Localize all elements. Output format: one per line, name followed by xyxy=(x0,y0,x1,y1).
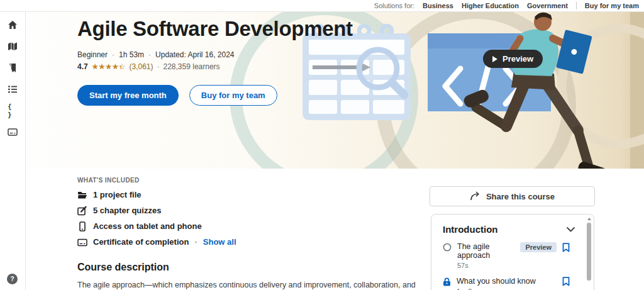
lesson-duration: 1m 2s xyxy=(457,287,557,290)
included-item-label: 1 project file xyxy=(93,190,142,199)
included-item-label: 5 chapter quizzes xyxy=(93,206,161,215)
panel-scrollbar[interactable] xyxy=(586,216,592,290)
phone-icon xyxy=(77,221,87,231)
locked-icon xyxy=(443,277,451,286)
nav-link-business[interactable]: Business xyxy=(423,2,453,9)
nav-link-government[interactable]: Government xyxy=(527,2,568,9)
course-meta: Beginner · 1h 53m · Updated: April 16, 2… xyxy=(77,50,353,59)
share-course-label: Share this course xyxy=(486,192,555,201)
course-updated: Updated: April 16, 2024 xyxy=(155,50,234,59)
course-level: Beginner xyxy=(77,50,108,59)
buy-for-team-button[interactable]: Buy for my team xyxy=(189,85,277,106)
section-title: Introduction xyxy=(443,224,497,235)
linkedin-learning-course-page: Solutions for: Business Higher Education… xyxy=(0,0,644,290)
course-details-section: WHAT'S INCLUDED 1 project file 5 chapter… xyxy=(26,169,644,290)
rating-count: (3,061) xyxy=(129,62,153,71)
included-item-label: Certificate of completion xyxy=(93,237,189,247)
start-free-month-button[interactable]: Start my free month xyxy=(77,85,179,106)
help-question-mark: ? xyxy=(10,276,14,282)
section-introduction-header[interactable]: Introduction xyxy=(431,215,594,240)
lesson-list: The agile approach 57s Preview xyxy=(431,240,594,290)
chevron-down-icon xyxy=(567,227,575,232)
included-item-label: Access on tablet and phone xyxy=(93,221,202,231)
left-sidebar: { } ? xyxy=(0,12,26,290)
buy-for-my-team-link[interactable]: Buy for my team xyxy=(576,2,639,9)
list-icon[interactable] xyxy=(8,84,18,94)
lesson-row-agile-approach[interactable]: The agile approach 57s Preview xyxy=(443,242,570,269)
whats-included-list: 1 project file 5 chapter quizzes Access … xyxy=(77,190,236,253)
included-item: Access on tablet and phone xyxy=(77,221,236,231)
certificate-icon xyxy=(77,237,87,247)
preview-badge: Preview xyxy=(520,242,557,252)
course-description-heading: Course description xyxy=(77,262,169,273)
included-item: 1 project file xyxy=(77,190,236,199)
course-duration: 1h 53m xyxy=(119,50,144,59)
meta-separator: · xyxy=(148,50,151,59)
folder-icon xyxy=(77,190,87,200)
solutions-for-label: Solutions for: xyxy=(374,2,414,9)
course-hero: Preview Agile Software Development Begin… xyxy=(26,12,644,169)
lesson-title: What you should know xyxy=(457,277,557,286)
help-button[interactable]: ? xyxy=(7,274,18,284)
meta-separator: · xyxy=(194,237,197,247)
course-title: Agile Software Development xyxy=(77,18,353,40)
bookmark-icon[interactable] xyxy=(562,277,570,286)
rating-value: 4.7 xyxy=(77,62,88,71)
star-rating-icon: ☆☆☆☆☆ ★★★★★ xyxy=(92,63,126,70)
learner-count: 228,359 learners xyxy=(164,62,220,71)
whats-included-heading: WHAT'S INCLUDED xyxy=(77,177,140,184)
quiz-icon xyxy=(77,206,87,216)
share-icon xyxy=(470,191,480,201)
top-nav: Solutions for: Business Higher Education… xyxy=(0,0,644,12)
library-icon[interactable] xyxy=(8,63,18,73)
course-contents-panel: Introduction The agile approach 57s P xyxy=(431,214,594,290)
preview-label: Preview xyxy=(502,54,533,64)
code-braces-icon[interactable]: { } xyxy=(8,106,18,116)
meta-separator: · xyxy=(112,50,114,59)
nav-link-higher-education[interactable]: Higher Education xyxy=(462,2,519,9)
hero-cta-row: Start my free month Buy for my team xyxy=(77,85,353,106)
map-icon[interactable] xyxy=(8,42,18,52)
preview-button[interactable]: Preview xyxy=(483,50,543,68)
hero-content: Agile Software Development Beginner · 1h… xyxy=(77,18,353,106)
included-item: Certificate of completion · Show all xyxy=(77,237,236,247)
play-icon xyxy=(492,56,497,62)
meta-separator: · xyxy=(157,62,160,71)
included-item: 5 chapter quizzes xyxy=(77,206,236,215)
home-icon[interactable] xyxy=(8,20,18,30)
share-course-button[interactable]: Share this course xyxy=(430,186,595,206)
unwatched-circle-icon xyxy=(443,243,452,252)
show-all-link[interactable]: Show all xyxy=(203,237,236,247)
scroll-up-arrow-icon[interactable] xyxy=(587,218,591,220)
certificate-icon[interactable] xyxy=(8,127,18,137)
scrollbar-thumb[interactable] xyxy=(587,223,591,281)
lesson-row-what-you-should-know[interactable]: What you should know 1m 2s xyxy=(443,277,570,290)
bookmark-icon[interactable] xyxy=(562,243,570,252)
lesson-title: The agile approach xyxy=(457,242,514,260)
course-description-text: The agile approach—which emphasizes cont… xyxy=(77,279,420,290)
lesson-duration: 57s xyxy=(457,262,514,269)
course-rating-row: 4.7 ☆☆☆☆☆ ★★★★★ (3,061) · 228,359 learne… xyxy=(77,62,353,71)
